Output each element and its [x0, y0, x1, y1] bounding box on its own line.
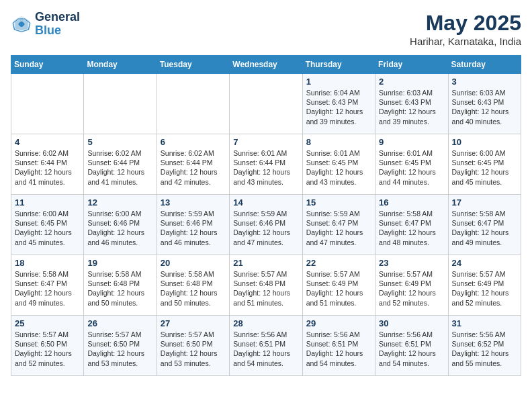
- calendar-cell: 6Sunrise: 6:02 AM Sunset: 6:44 PM Daylig…: [157, 134, 229, 195]
- day-info: Sunrise: 5:58 AM Sunset: 6:47 PM Dayligh…: [379, 209, 444, 247]
- day-info: Sunrise: 5:57 AM Sunset: 6:49 PM Dayligh…: [306, 269, 371, 308]
- calendar-cell: 13Sunrise: 5:59 AM Sunset: 6:46 PM Dayli…: [157, 195, 229, 255]
- day-number: 26: [87, 318, 152, 328]
- week-row-2: 4Sunrise: 6:02 AM Sunset: 6:44 PM Daylig…: [11, 134, 521, 195]
- day-number: 3: [452, 77, 517, 87]
- day-info: Sunrise: 6:01 AM Sunset: 6:45 PM Dayligh…: [306, 148, 371, 187]
- day-info: Sunrise: 5:57 AM Sunset: 6:48 PM Dayligh…: [233, 269, 298, 308]
- day-number: 28: [233, 318, 298, 328]
- day-number: 20: [161, 258, 226, 268]
- page-header: General Blue May 2025 Harihar, Karnataka…: [11, 11, 521, 47]
- day-number: 25: [15, 318, 80, 328]
- day-info: Sunrise: 5:59 AM Sunset: 6:47 PM Dayligh…: [306, 209, 371, 247]
- day-number: 8: [306, 137, 371, 147]
- day-number: 22: [306, 258, 371, 268]
- calendar-cell: 25Sunrise: 5:57 AM Sunset: 6:50 PM Dayli…: [11, 316, 84, 376]
- day-number: 15: [306, 197, 371, 208]
- calendar-cell: 11Sunrise: 6:00 AM Sunset: 6:45 PM Dayli…: [11, 195, 84, 255]
- day-header-sunday: Sunday: [11, 56, 84, 74]
- day-number: 24: [452, 258, 517, 268]
- day-info: Sunrise: 6:03 AM Sunset: 6:43 PM Dayligh…: [379, 88, 444, 126]
- day-number: 5: [87, 137, 152, 147]
- calendar-cell: 2Sunrise: 6:03 AM Sunset: 6:43 PM Daylig…: [375, 74, 448, 134]
- calendar-cell: 3Sunrise: 6:03 AM Sunset: 6:43 PM Daylig…: [448, 74, 521, 134]
- logo-icon: [11, 13, 32, 35]
- day-number: 23: [379, 258, 444, 268]
- day-number: 6: [161, 137, 226, 147]
- calendar-cell: 20Sunrise: 5:58 AM Sunset: 6:48 PM Dayli…: [157, 255, 229, 316]
- day-number: 13: [161, 197, 226, 208]
- day-number: 14: [233, 197, 298, 208]
- day-number: 7: [233, 137, 298, 147]
- day-number: 11: [15, 197, 80, 208]
- day-number: 16: [379, 197, 444, 208]
- day-info: Sunrise: 6:01 AM Sunset: 6:45 PM Dayligh…: [379, 148, 444, 187]
- day-number: 27: [161, 318, 226, 328]
- calendar-cell: 29Sunrise: 5:56 AM Sunset: 6:51 PM Dayli…: [302, 316, 375, 376]
- calendar-cell: [84, 74, 157, 134]
- calendar-cell: 8Sunrise: 6:01 AM Sunset: 6:45 PM Daylig…: [302, 134, 375, 195]
- day-number: 21: [233, 258, 298, 268]
- logo-text: General Blue: [35, 11, 80, 38]
- day-info: Sunrise: 5:57 AM Sunset: 6:50 PM Dayligh…: [87, 330, 152, 368]
- calendar-cell: 12Sunrise: 6:00 AM Sunset: 6:46 PM Dayli…: [84, 195, 157, 255]
- calendar-cell: [11, 74, 84, 134]
- day-info: Sunrise: 6:00 AM Sunset: 6:46 PM Dayligh…: [87, 209, 152, 247]
- day-header-monday: Monday: [84, 56, 157, 74]
- week-row-3: 11Sunrise: 6:00 AM Sunset: 6:45 PM Dayli…: [11, 195, 521, 255]
- calendar-cell: 24Sunrise: 5:57 AM Sunset: 6:49 PM Dayli…: [448, 255, 521, 316]
- calendar-cell: 22Sunrise: 5:57 AM Sunset: 6:49 PM Dayli…: [302, 255, 375, 316]
- logo: General Blue: [11, 11, 80, 38]
- calendar-cell: 31Sunrise: 5:56 AM Sunset: 6:52 PM Dayli…: [448, 316, 521, 376]
- day-info: Sunrise: 5:59 AM Sunset: 6:46 PM Dayligh…: [161, 209, 226, 247]
- week-row-1: 1Sunrise: 6:04 AM Sunset: 6:43 PM Daylig…: [11, 74, 521, 134]
- calendar-cell: 21Sunrise: 5:57 AM Sunset: 6:48 PM Dayli…: [230, 255, 302, 316]
- day-info: Sunrise: 5:58 AM Sunset: 6:48 PM Dayligh…: [87, 269, 152, 308]
- day-header-tuesday: Tuesday: [157, 56, 229, 74]
- day-info: Sunrise: 6:02 AM Sunset: 6:44 PM Dayligh…: [15, 148, 80, 187]
- day-number: 12: [87, 197, 152, 208]
- calendar-cell: 14Sunrise: 5:59 AM Sunset: 6:46 PM Dayli…: [230, 195, 302, 255]
- day-info: Sunrise: 6:00 AM Sunset: 6:45 PM Dayligh…: [452, 148, 517, 187]
- calendar-cell: 4Sunrise: 6:02 AM Sunset: 6:44 PM Daylig…: [11, 134, 84, 195]
- calendar-cell: 23Sunrise: 5:57 AM Sunset: 6:49 PM Dayli…: [375, 255, 448, 316]
- location: Harihar, Karnataka, India: [410, 36, 521, 47]
- day-info: Sunrise: 5:58 AM Sunset: 6:47 PM Dayligh…: [15, 269, 80, 308]
- calendar-cell: 30Sunrise: 5:56 AM Sunset: 6:51 PM Dayli…: [375, 316, 448, 376]
- day-info: Sunrise: 5:56 AM Sunset: 6:51 PM Dayligh…: [306, 330, 371, 368]
- day-header-wednesday: Wednesday: [230, 56, 302, 74]
- calendar-cell: 7Sunrise: 6:01 AM Sunset: 6:44 PM Daylig…: [230, 134, 302, 195]
- day-info: Sunrise: 5:56 AM Sunset: 6:51 PM Dayligh…: [379, 330, 444, 368]
- day-number: 18: [15, 258, 80, 268]
- calendar-cell: 17Sunrise: 5:58 AM Sunset: 6:47 PM Dayli…: [448, 195, 521, 255]
- week-row-4: 18Sunrise: 5:58 AM Sunset: 6:47 PM Dayli…: [11, 255, 521, 316]
- day-number: 1: [306, 77, 371, 87]
- day-info: Sunrise: 6:00 AM Sunset: 6:45 PM Dayligh…: [15, 209, 80, 247]
- day-info: Sunrise: 5:57 AM Sunset: 6:49 PM Dayligh…: [452, 269, 517, 308]
- calendar-cell: 9Sunrise: 6:01 AM Sunset: 6:45 PM Daylig…: [375, 134, 448, 195]
- calendar-cell: [157, 74, 229, 134]
- day-number: 10: [452, 137, 517, 147]
- day-number: 31: [452, 318, 517, 328]
- week-row-5: 25Sunrise: 5:57 AM Sunset: 6:50 PM Dayli…: [11, 316, 521, 376]
- day-header-thursday: Thursday: [302, 56, 375, 74]
- day-number: 9: [379, 137, 444, 147]
- day-info: Sunrise: 5:57 AM Sunset: 6:49 PM Dayligh…: [379, 269, 444, 308]
- day-info: Sunrise: 6:02 AM Sunset: 6:44 PM Dayligh…: [161, 148, 226, 187]
- day-number: 30: [379, 318, 444, 328]
- day-info: Sunrise: 5:57 AM Sunset: 6:50 PM Dayligh…: [15, 330, 80, 368]
- calendar-cell: 15Sunrise: 5:59 AM Sunset: 6:47 PM Dayli…: [302, 195, 375, 255]
- day-info: Sunrise: 5:56 AM Sunset: 6:52 PM Dayligh…: [452, 330, 517, 368]
- day-header-saturday: Saturday: [448, 56, 521, 74]
- day-info: Sunrise: 6:02 AM Sunset: 6:44 PM Dayligh…: [87, 148, 152, 187]
- day-info: Sunrise: 5:58 AM Sunset: 6:47 PM Dayligh…: [452, 209, 517, 247]
- day-info: Sunrise: 6:04 AM Sunset: 6:43 PM Dayligh…: [306, 88, 371, 126]
- day-info: Sunrise: 5:57 AM Sunset: 6:50 PM Dayligh…: [161, 330, 226, 368]
- day-number: 19: [87, 258, 152, 268]
- calendar-cell: 19Sunrise: 5:58 AM Sunset: 6:48 PM Dayli…: [84, 255, 157, 316]
- calendar-cell: 10Sunrise: 6:00 AM Sunset: 6:45 PM Dayli…: [448, 134, 521, 195]
- day-number: 17: [452, 197, 517, 208]
- day-info: Sunrise: 5:59 AM Sunset: 6:46 PM Dayligh…: [233, 209, 298, 247]
- calendar-table: SundayMondayTuesdayWednesdayThursdayFrid…: [11, 55, 521, 376]
- day-info: Sunrise: 6:03 AM Sunset: 6:43 PM Dayligh…: [452, 88, 517, 126]
